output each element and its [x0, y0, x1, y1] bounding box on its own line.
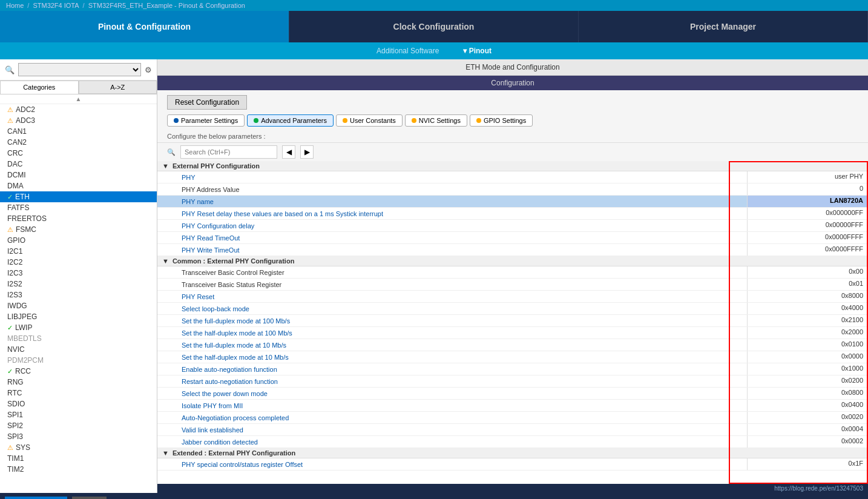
section-external-phy[interactable]: ▼ External PHY Configuration — [157, 161, 868, 171]
sidebar-item-i2c2[interactable]: I2C2 — [0, 257, 157, 268]
table-row[interactable]: PHY Reset 0x8000 — [157, 291, 868, 303]
table-row[interactable]: Set the half-duplex mode at 100 Mb/s 0x2… — [157, 327, 868, 339]
param-value-phy-reset-delay: 0x000000FF — [747, 208, 868, 219]
table-row[interactable]: Restart auto-negotiation function 0x0200 — [157, 375, 868, 388]
section-common-phy[interactable]: ▼ Common : External PHY Configuration — [157, 256, 868, 266]
sidebar-item-dac[interactable]: DAC — [0, 159, 157, 170]
section-label-extended-phy: Extended : External PHY Configuration — [173, 449, 295, 457]
table-row[interactable]: Select the power down mode 0x0800 — [157, 388, 868, 400]
sidebar-item-adc3[interactable]: ADC3 — [0, 115, 157, 126]
dot-gpio-settings — [476, 118, 481, 123]
sidebar-item-gpio[interactable]: GPIO — [0, 235, 157, 246]
subnav-pinout[interactable]: ▾ Pinout — [463, 47, 492, 55]
search-next-button[interactable]: ▶ — [300, 145, 314, 159]
table-row[interactable]: PHY Write TimeOut 0x0000FFFF — [157, 244, 868, 256]
section-toggle-extended-phy[interactable]: ▼ — [162, 449, 169, 457]
reset-configuration-button[interactable]: Reset Configuration — [167, 95, 247, 110]
table-row[interactable]: Set the half-duplex mode at 10 Mb/s 0x00… — [157, 351, 868, 363]
sidebar-item-dcmi[interactable]: DCMI — [0, 170, 157, 180]
sidebar-item-i2s2[interactable]: I2S2 — [0, 279, 157, 289]
table-row[interactable]: PHY user PHY — [157, 171, 868, 183]
sidebar-item-i2c3[interactable]: I2C3 — [0, 268, 157, 279]
tab-project-manager[interactable]: Project Manager — [579, 11, 868, 42]
param-search-input[interactable] — [180, 145, 277, 159]
sidebar-item-rng[interactable]: RNG — [0, 377, 157, 388]
sidebar-item-eth[interactable]: ETH — [0, 191, 157, 202]
sidebar-item-sdio[interactable]: SDIO — [0, 398, 157, 409]
sidebar-item-mbedtls[interactable]: MBEDTLS — [0, 333, 157, 344]
table-row[interactable]: Select loop-back mode 0x4000 — [157, 303, 868, 315]
table-row[interactable]: PHY Read TimeOut 0x0000FFFF — [157, 232, 868, 244]
sidebar-item-spi1[interactable]: SPI1 — [0, 409, 157, 420]
sidebar-item-fatfs[interactable]: FATFS — [0, 202, 157, 213]
param-value-phy-reset: 0x8000 — [747, 291, 868, 302]
table-row[interactable]: Set the full-duplex mode at 10 Mb/s 0x01… — [157, 339, 868, 351]
tab-pinout-config[interactable]: Pinout & Configuration — [0, 11, 289, 42]
table-row[interactable]: Set the full-duplex mode at 100 Mb/s 0x2… — [157, 315, 868, 327]
table-row[interactable]: Transceiver Basic Status Register 0x01 — [157, 279, 868, 291]
sidebar-item-can2[interactable]: CAN2 — [0, 137, 157, 148]
table-row[interactable]: Jabber condition detected 0x0002 — [157, 436, 868, 448]
table-row[interactable]: PHY special control/status register Offs… — [157, 458, 868, 471]
tab-gpio-settings[interactable]: GPIO Settings — [470, 114, 533, 127]
sidebar-item-tim1[interactable]: TIM1 — [0, 453, 157, 464]
sidebar-tab-az[interactable]: A->Z — [79, 81, 157, 94]
param-value-half-100: 0x2000 — [747, 327, 868, 339]
sidebar-item-crc[interactable]: CRC — [0, 148, 157, 159]
table-row-selected[interactable]: PHY name LAN8720A — [157, 196, 868, 208]
section-extended-phy[interactable]: ▼ Extended : External PHY Configuration — [157, 448, 868, 458]
sidebar-item-sys[interactable]: SYS — [0, 442, 157, 453]
breadcrumb-home[interactable]: Home — [6, 2, 24, 9]
param-label-link-estab: Valid link established — [157, 424, 747, 435]
search-prev-button[interactable]: ◀ — [282, 145, 295, 159]
param-value-phy-read-timeout: 0x0000FFFF — [747, 232, 868, 243]
sidebar-item-can1[interactable]: CAN1 — [0, 126, 157, 137]
section-toggle-external-phy[interactable]: ▼ — [162, 162, 169, 170]
sidebar-item-spi3[interactable]: SPI3 — [0, 431, 157, 442]
sidebar-item-nvic[interactable]: NVIC — [0, 344, 157, 355]
sidebar-item-i2s3[interactable]: I2S3 — [0, 289, 157, 300]
sidebar-search-select[interactable] — [18, 63, 141, 76]
tab-advanced-parameters[interactable]: Advanced Parameters — [247, 114, 334, 127]
sidebar-tab-categories[interactable]: Categories — [0, 81, 79, 94]
sidebar-item-libjpeg[interactable]: LIBJPEG — [0, 311, 157, 322]
subnav-additional-software[interactable]: Additional Software — [376, 47, 439, 55]
table-row[interactable]: PHY Address Value 0 — [157, 183, 868, 196]
tab-user-constants[interactable]: User Constants — [336, 114, 403, 127]
tab-parameter-settings[interactable]: Parameter Settings — [167, 114, 245, 127]
configure-text: Configure the below parameters : — [157, 130, 868, 143]
sidebar-item-rcc[interactable]: RCC — [0, 366, 157, 377]
section-toggle-common-phy[interactable]: ▼ — [162, 257, 169, 265]
breadcrumb-project[interactable]: STM32F4R5_ETH_Example - Pinout & Configu… — [88, 2, 245, 9]
mcus-selection-button[interactable]: MCUs Selection — [5, 497, 67, 499]
sidebar-item-adc2[interactable]: ADC2 — [0, 104, 157, 115]
sidebar-item-rtc[interactable]: RTC — [0, 388, 157, 398]
table-row[interactable]: Valid link established 0x0004 — [157, 424, 868, 436]
table-row[interactable]: Enable auto-negotiation function 0x1000 — [157, 363, 868, 375]
sidebar-item-lwip[interactable]: LWIP — [0, 322, 157, 333]
output-button[interactable]: Output — [72, 497, 107, 499]
sidebar-item-iwdg[interactable]: IWDG — [0, 300, 157, 311]
dot-user-constants — [343, 118, 347, 123]
url-bar: https://blog.rede.pe/en/13247503 — [157, 484, 868, 493]
sidebar-item-pdm2pcm[interactable]: PDM2PCM — [0, 355, 157, 366]
tab-nvic-settings[interactable]: NVIC Settings — [405, 114, 467, 127]
sidebar-item-tim2[interactable]: TIM2 — [0, 464, 157, 475]
tab-clock-config[interactable]: Clock Configuration — [289, 11, 579, 42]
table-row[interactable]: PHY Reset delay these values are based o… — [157, 208, 868, 220]
breadcrumb-device[interactable]: STM32F4 IOTA — [33, 2, 79, 9]
sub-nav: Additional Software ▾ Pinout — [0, 42, 868, 59]
table-row[interactable]: Transceiver Basic Control Register 0x00 — [157, 266, 868, 279]
sidebar-item-spi2[interactable]: SPI2 — [0, 420, 157, 431]
param-value-phy-addr: 0 — [747, 183, 868, 195]
sidebar-item-freertos[interactable]: FREERTOS — [0, 213, 157, 224]
sidebar-item-dma[interactable]: DMA — [0, 180, 157, 191]
gear-icon[interactable]: ⚙ — [145, 65, 152, 74]
sidebar-item-i2c1[interactable]: I2C1 — [0, 246, 157, 257]
table-row[interactable]: Auto-Negotiation process completed 0x002… — [157, 412, 868, 424]
sidebar-item-fsmc[interactable]: FSMC — [0, 224, 157, 235]
table-row[interactable]: Isolate PHY from MII 0x0400 — [157, 400, 868, 412]
param-label-loopback: Select loop-back mode — [157, 303, 747, 314]
table-row[interactable]: PHY Configuration delay 0x00000FFF — [157, 220, 868, 232]
search-row: 🔍 ◀ ▶ — [157, 143, 868, 161]
